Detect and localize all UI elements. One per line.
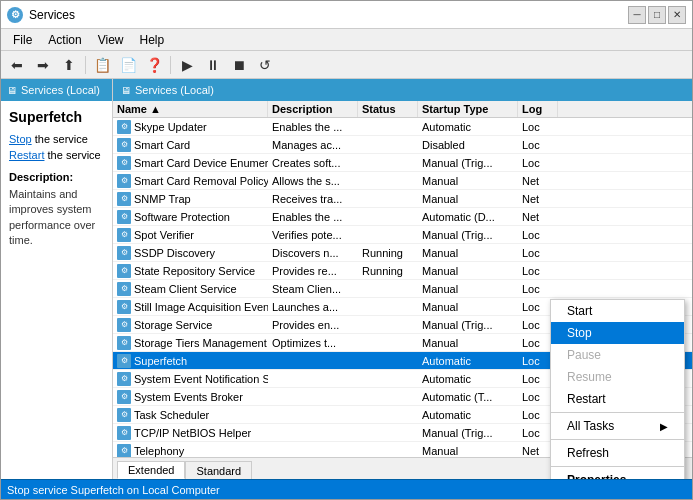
service-icon: ⚙: [117, 390, 131, 404]
table-row[interactable]: ⚙ Smart Card Device Enumera... Creates s…: [113, 154, 692, 172]
context-menu-item-all-tasks[interactable]: All Tasks▶: [551, 415, 684, 437]
service-icon: ⚙: [117, 426, 131, 440]
service-icon: ⚙: [117, 282, 131, 296]
service-log-cell: Loc: [518, 282, 558, 296]
service-startup-cell: Automatic: [418, 372, 518, 386]
service-startup-cell: Automatic: [418, 120, 518, 134]
service-name-cell: System Event Notification S: [134, 373, 268, 385]
service-desc-cell: [268, 432, 358, 434]
service-status-cell: [358, 396, 418, 398]
service-icon: ⚙: [117, 210, 131, 224]
service-icon: ⚙: [117, 246, 131, 260]
service-log-cell: Loc: [518, 246, 558, 260]
service-icon: ⚙: [117, 444, 131, 458]
context-menu-label: Stop: [567, 326, 592, 340]
toolbar: ⬅ ➡ ⬆ 📋 📄 ❓ ▶ ⏸ ⏹ ↺: [1, 51, 692, 79]
table-row[interactable]: ⚙ State Repository Service Provides re..…: [113, 262, 692, 280]
menu-bar: File Action View Help: [1, 29, 692, 51]
service-desc-cell: Discovers n...: [268, 246, 358, 260]
maximize-button[interactable]: □: [648, 6, 666, 24]
table-row[interactable]: ⚙ Steam Client Service Steam Clien... Ma…: [113, 280, 692, 298]
table-row[interactable]: ⚙ SSDP Discovery Discovers n... Running …: [113, 244, 692, 262]
service-name-cell: Steam Client Service: [134, 283, 237, 295]
title-bar: ⚙ Services ─ □ ✕: [1, 1, 692, 29]
col-header-status[interactable]: Status: [358, 101, 418, 117]
service-name-cell: Skype Updater: [134, 121, 207, 133]
tab-extended[interactable]: Extended: [117, 461, 185, 479]
service-status-cell: [358, 126, 418, 128]
right-panel-title: Services (Local): [135, 84, 214, 96]
table-row[interactable]: ⚙ Smart Card Manages ac... Disabled Loc: [113, 136, 692, 154]
service-icon: ⚙: [117, 318, 131, 332]
stop-service-link[interactable]: Stop: [9, 133, 32, 145]
restart-service-text: the service: [48, 149, 101, 161]
service-icon: ⚙: [117, 192, 131, 206]
service-icon: ⚙: [117, 138, 131, 152]
forward-button[interactable]: ➡: [31, 54, 55, 76]
col-header-log[interactable]: Log: [518, 101, 558, 117]
service-desc-cell: [268, 360, 358, 362]
menu-view[interactable]: View: [90, 31, 132, 49]
menu-action[interactable]: Action: [40, 31, 89, 49]
context-menu-label: Refresh: [567, 446, 609, 460]
menu-file[interactable]: File: [5, 31, 40, 49]
main-content: 🖥 Services (Local) Superfetch Stop the s…: [1, 79, 692, 479]
table-row[interactable]: ⚙ Spot Verifier Verifies pote... Manual …: [113, 226, 692, 244]
table-row[interactable]: ⚙ SNMP Trap Receives tra... Manual Net: [113, 190, 692, 208]
service-name-cell: Smart Card: [134, 139, 190, 151]
help-button[interactable]: ❓: [142, 54, 166, 76]
table-row[interactable]: ⚙ Skype Updater Enables the ... Automati…: [113, 118, 692, 136]
pause-button[interactable]: ⏸: [201, 54, 225, 76]
service-name-cell: Storage Tiers Management: [134, 337, 267, 349]
context-menu-item-stop[interactable]: Stop: [551, 322, 684, 344]
service-desc-cell: Allows the s...: [268, 174, 358, 188]
service-desc-cell: Steam Clien...: [268, 282, 358, 296]
service-status-cell: [358, 162, 418, 164]
service-status-cell: [358, 324, 418, 326]
show-hide-button[interactable]: 📋: [90, 54, 114, 76]
service-status-cell: [358, 216, 418, 218]
context-menu-item-pause: Pause: [551, 344, 684, 366]
context-menu-item-properties[interactable]: Properties: [551, 469, 684, 479]
service-startup-cell: Automatic (T...: [418, 390, 518, 404]
service-startup-cell: Manual (Trig...: [418, 228, 518, 242]
table-row[interactable]: ⚙ Software Protection Enables the ... Au…: [113, 208, 692, 226]
col-header-startup[interactable]: Startup Type: [418, 101, 518, 117]
play-button[interactable]: ▶: [175, 54, 199, 76]
col-header-desc[interactable]: Description: [268, 101, 358, 117]
service-log-cell: Loc: [518, 120, 558, 134]
back-button[interactable]: ⬅: [5, 54, 29, 76]
stop-service-text: the service: [35, 133, 88, 145]
main-window: ⚙ Services ─ □ ✕ File Action View Help ⬅…: [0, 0, 693, 500]
description-label: Description:: [9, 171, 104, 183]
restart-service-link[interactable]: Restart: [9, 149, 44, 161]
context-menu-item-start[interactable]: Start: [551, 300, 684, 322]
context-menu-item-refresh[interactable]: Refresh: [551, 442, 684, 464]
properties-button[interactable]: 📄: [116, 54, 140, 76]
service-status-cell: [358, 342, 418, 344]
close-button[interactable]: ✕: [668, 6, 686, 24]
service-desc-cell: Manages ac...: [268, 138, 358, 152]
table-row[interactable]: ⚙ Smart Card Removal Policy Allows the s…: [113, 172, 692, 190]
right-panel-header: 🖥 Services (Local): [113, 79, 692, 101]
stop-button[interactable]: ⏹: [227, 54, 251, 76]
service-desc-cell: Provides re...: [268, 264, 358, 278]
service-desc-cell: [268, 396, 358, 398]
up-button[interactable]: ⬆: [57, 54, 81, 76]
service-log-cell: Loc: [518, 138, 558, 152]
tab-standard[interactable]: Standard: [185, 461, 252, 479]
service-desc-cell: Enables the ...: [268, 120, 358, 134]
service-desc-cell: Enables the ...: [268, 210, 358, 224]
context-menu-label: Restart: [567, 392, 606, 406]
restart-button[interactable]: ↺: [253, 54, 277, 76]
service-desc-cell: Verifies pote...: [268, 228, 358, 242]
menu-help[interactable]: Help: [132, 31, 173, 49]
context-menu-item-resume: Resume: [551, 366, 684, 388]
service-desc-cell: Provides en...: [268, 318, 358, 332]
col-header-name[interactable]: Name ▲: [113, 101, 268, 117]
service-icon: ⚙: [117, 408, 131, 422]
minimize-button[interactable]: ─: [628, 6, 646, 24]
description-text: Maintains and improves system performanc…: [9, 187, 104, 249]
service-status-cell: [358, 306, 418, 308]
context-menu-item-restart[interactable]: Restart: [551, 388, 684, 410]
